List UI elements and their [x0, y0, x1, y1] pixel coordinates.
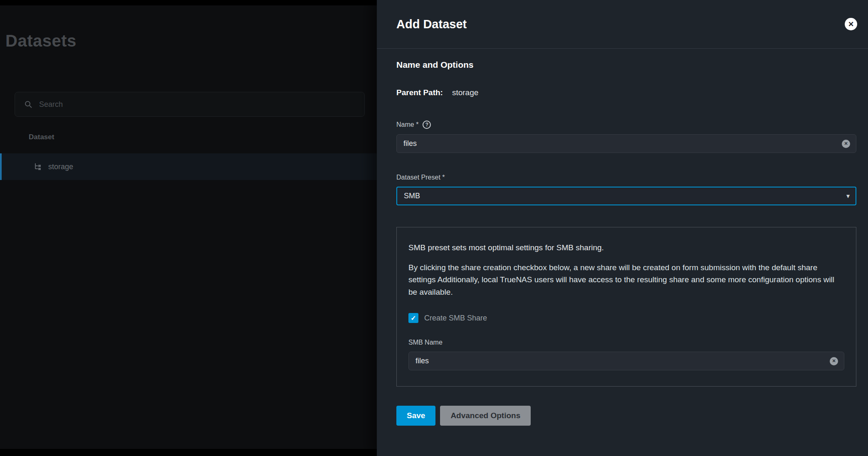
- name-field-label: Name *: [396, 121, 418, 128]
- add-dataset-dialog: Add Dataset ✕ Name and Options Parent Pa…: [377, 0, 868, 456]
- name-clear-icon[interactable]: ✕: [842, 140, 850, 148]
- dialog-actions: Save Advanced Options: [396, 406, 856, 426]
- close-button[interactable]: ✕: [845, 18, 857, 30]
- search-input[interactable]: [39, 100, 355, 109]
- parent-path-value: storage: [452, 88, 478, 97]
- parent-path-label: Parent Path:: [396, 88, 443, 97]
- dataset-row-storage[interactable]: storage: [0, 153, 377, 180]
- smb-name-label: SMB Name: [408, 339, 844, 346]
- preset-selected-value: SMB: [404, 192, 420, 200]
- dialog-body: Name and Options Parent Path: storage Na…: [377, 60, 868, 426]
- dialog-header: Add Dataset ✕: [377, 0, 868, 49]
- page-title: Datasets: [5, 32, 77, 50]
- name-field-label-row: Name * ?: [396, 121, 856, 129]
- dialog-title: Add Dataset: [396, 17, 467, 31]
- preset-field-label: Dataset Preset *: [396, 174, 856, 181]
- create-smb-share-label: Create SMB Share: [424, 314, 487, 323]
- name-field-wrap: ✕: [396, 134, 856, 153]
- dataset-preset-select[interactable]: SMB ▾: [396, 187, 856, 205]
- smb-name-wrap: ✕: [408, 352, 844, 370]
- help-icon[interactable]: ?: [423, 121, 431, 129]
- screen: Datasets Dataset storage: [0, 0, 868, 456]
- create-smb-share-row[interactable]: ✓ Create SMB Share: [408, 313, 844, 323]
- chevron-down-icon: ▾: [846, 192, 850, 200]
- search-field[interactable]: [15, 92, 365, 117]
- smb-name-clear-icon[interactable]: ✕: [830, 357, 838, 365]
- smb-options-fieldset: SMB preset sets most optimal settings fo…: [396, 227, 856, 387]
- smb-info-line2: By clicking the share creation checkbox …: [408, 261, 844, 298]
- parent-path: Parent Path: storage: [396, 88, 856, 97]
- page-dim-overlay: [0, 5, 377, 449]
- close-icon: ✕: [848, 20, 854, 29]
- advanced-options-button[interactable]: Advanced Options: [440, 406, 531, 426]
- save-button[interactable]: Save: [396, 406, 435, 426]
- smb-info-line1: SMB preset sets most optimal settings fo…: [408, 243, 844, 252]
- section-heading: Name and Options: [396, 60, 856, 70]
- check-icon: ✓: [411, 314, 416, 322]
- search-icon: [24, 100, 32, 108]
- column-header-dataset: Dataset: [29, 133, 54, 141]
- dataset-tree-icon: [33, 162, 42, 171]
- create-smb-share-checkbox[interactable]: ✓: [408, 313, 418, 323]
- name-input[interactable]: [396, 134, 856, 153]
- datasets-page: Datasets Dataset storage: [0, 0, 377, 456]
- dataset-row-label: storage: [48, 163, 73, 171]
- smb-name-input[interactable]: [408, 352, 844, 370]
